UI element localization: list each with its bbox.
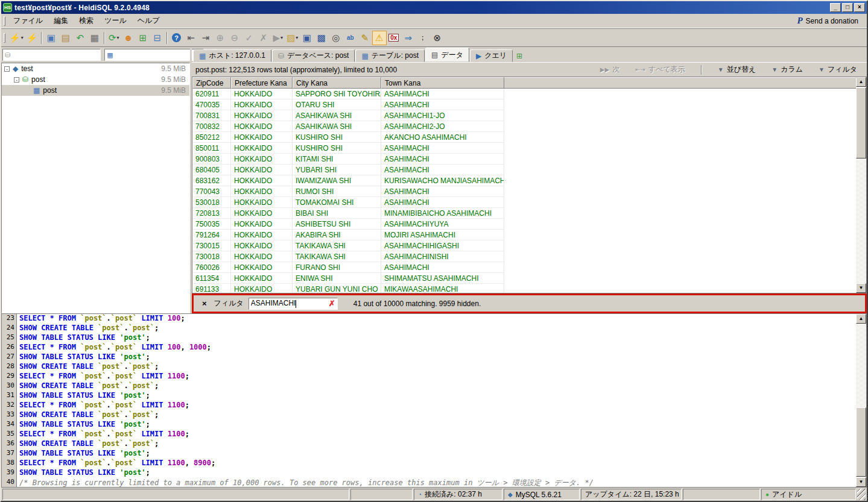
- open-sql-file-dropdown-arrow[interactable]: ▾: [296, 35, 298, 40]
- cancel-editing-icon[interactable]: ✗: [256, 31, 271, 45]
- grid-cell[interactable]: 691133: [192, 284, 231, 293]
- grid-cell[interactable]: OTARU SHI: [293, 99, 381, 110]
- filter-button[interactable]: ▼フィルタ: [819, 64, 857, 75]
- table-row[interactable]: 730018HOKKAIDOTAKIKAWA SHIASAHIMACHINISH…: [192, 251, 866, 262]
- grid-cell[interactable]: 850212: [192, 132, 231, 143]
- grid-cell[interactable]: KURISAWACHO MANJIASAHIMACHI: [381, 175, 504, 186]
- edit-icon[interactable]: ✎: [358, 31, 372, 45]
- filter-close-button[interactable]: ×: [200, 299, 209, 308]
- table-row[interactable]: 850011HOKKAIDOKUSHIRO SHIASAHIMACHI: [192, 143, 866, 154]
- maximize-button[interactable]: □: [842, 3, 853, 12]
- run-sql-icon[interactable]: ▶▾: [271, 31, 285, 45]
- first-record-icon[interactable]: ⇤: [184, 31, 198, 45]
- tree-item-test-0[interactable]: -◆test9.5 MiB: [2, 63, 189, 74]
- grid-cell[interactable]: ASAHIMACHIYUYA: [381, 219, 504, 230]
- grid-vertical-scrollbar[interactable]: ▲ ▼: [856, 77, 866, 293]
- column-header-zipcode[interactable]: ZipCode: [192, 77, 231, 89]
- grid-cell[interactable]: HOKKAIDO: [231, 186, 293, 197]
- paste-icon[interactable]: ▤: [59, 31, 73, 45]
- grid-cell[interactable]: MINAMIBIBAICHO ASAHIMACHI: [381, 208, 504, 219]
- tree-expander[interactable]: -: [14, 77, 19, 83]
- open-sql-file-icon[interactable]: ▨▾: [285, 31, 300, 45]
- menu-item-4[interactable]: ヘルプ: [132, 14, 165, 28]
- sql-scroll-thumb[interactable]: [856, 407, 866, 477]
- export-tables-icon[interactable]: ⊞: [136, 31, 150, 45]
- grid-cell[interactable]: ASAHIKAWA SHI: [293, 121, 381, 132]
- replace-icon[interactable]: ab: [343, 31, 358, 45]
- grid-cell[interactable]: 900803: [192, 154, 231, 165]
- user-manager-icon[interactable]: ☻: [121, 31, 136, 45]
- grid-cell[interactable]: 680405: [192, 165, 231, 175]
- copy-grid-icon[interactable]: ⊟: [150, 31, 165, 45]
- grid-cell[interactable]: IWAMIZAWA SHI: [293, 175, 381, 186]
- menu-item-0[interactable]: ファイル: [8, 14, 48, 28]
- disconnect-icon[interactable]: ⚡: [25, 31, 39, 45]
- sql-scroll-up-button[interactable]: ▲: [856, 314, 866, 324]
- grid-cell[interactable]: ASAHIMACHI: [381, 165, 504, 175]
- table-row[interactable]: 700832HOKKAIDOASAHIKAWA SHIASAHIMACHI2-J…: [192, 121, 866, 132]
- grid-cell[interactable]: HOKKAIDO: [231, 165, 293, 175]
- minimize-button[interactable]: _: [830, 3, 841, 12]
- grid-cell[interactable]: HOKKAIDO: [231, 99, 293, 110]
- table-filter-field[interactable]: [116, 51, 201, 58]
- table-row[interactable]: 770043HOKKAIDORUMOI SHIASAHIMACHI: [192, 186, 866, 197]
- delete-row-icon[interactable]: ⊖: [227, 31, 242, 45]
- menu-item-3[interactable]: ツール: [99, 14, 132, 28]
- grid-cell[interactable]: HOKKAIDO: [231, 132, 293, 143]
- tab-data[interactable]: ▤データ: [425, 48, 469, 62]
- table-row[interactable]: 683162HOKKAIDOIWAMIZAWA SHIKURISAWACHO M…: [192, 175, 866, 186]
- grid-cell[interactable]: HOKKAIDO: [231, 197, 293, 208]
- grid-cell[interactable]: ASAHIMACHI: [381, 143, 504, 154]
- save-sql-icon[interactable]: ▣: [300, 31, 314, 45]
- grid-cell[interactable]: HOKKAIDO: [231, 121, 293, 132]
- run-sql-dropdown-arrow[interactable]: ▾: [280, 35, 283, 40]
- sort-button[interactable]: ▼並び替え: [718, 64, 756, 75]
- grid-cell[interactable]: 700831: [192, 110, 231, 121]
- grid-cell[interactable]: HOKKAIDO: [231, 154, 293, 165]
- refresh-icon[interactable]: ⟳▾: [107, 31, 121, 45]
- delimiter-icon[interactable]: ;: [416, 31, 430, 45]
- filter-clear-icon[interactable]: ✗: [328, 299, 335, 308]
- grid-cell[interactable]: 683162: [192, 175, 231, 186]
- grid-cell[interactable]: HOKKAIDO: [231, 230, 293, 240]
- grid-cell[interactable]: ASAHIMACHI: [381, 89, 504, 99]
- tab-query[interactable]: ▶クエリ: [470, 49, 513, 62]
- session-manager-dropdown-arrow[interactable]: ▾: [21, 35, 24, 40]
- grid-cell[interactable]: 750035: [192, 219, 231, 230]
- grid-cell[interactable]: ASAHIMACHI2-JO: [381, 121, 504, 132]
- tree-item-post-1[interactable]: -⛁post9.5 MiB: [2, 74, 189, 85]
- table-row[interactable]: 750035HOKKAIDOASHIBETSU SHIASAHIMACHIYUY…: [192, 219, 866, 230]
- grid-cell[interactable]: RUMOI SHI: [293, 186, 381, 197]
- reformat-icon[interactable]: ⇒: [401, 31, 416, 45]
- sql-vertical-scrollbar[interactable]: ▲ ▼: [856, 314, 866, 487]
- grid-cell[interactable]: ASAHIMACHI: [381, 197, 504, 208]
- grid-cell[interactable]: TOMAKOMAI SHI: [293, 197, 381, 208]
- stop-icon[interactable]: ⊗: [430, 31, 445, 45]
- columns-button[interactable]: ▼カラム: [771, 64, 803, 75]
- grid-cell[interactable]: TAKIKAWA SHI: [293, 240, 381, 251]
- grid-cell[interactable]: ASAHIMACHI: [381, 154, 504, 165]
- table-row[interactable]: 791264HOKKAIDOAKABIRA SHIMOJIRI ASAHIMAC…: [192, 230, 866, 240]
- sql-scroll-down-button[interactable]: ▼: [856, 477, 866, 487]
- find-icon[interactable]: ◎: [329, 31, 343, 45]
- grid-cell[interactable]: ASAHIMACHI1-JO: [381, 110, 504, 121]
- grid-cell[interactable]: ASAHIMACHI: [381, 262, 504, 273]
- grid-cell[interactable]: ASAHIMACHI: [381, 186, 504, 197]
- grid-cell[interactable]: BIBAI SHI: [293, 208, 381, 219]
- grid-cell[interactable]: 700832: [192, 121, 231, 132]
- column-header-town-kana[interactable]: Town Kana: [381, 77, 504, 89]
- grid-cell[interactable]: 760026: [192, 262, 231, 273]
- tree-expander[interactable]: -: [4, 66, 10, 72]
- grid-cell[interactable]: AKABIRA SHI: [293, 230, 381, 240]
- table-row[interactable]: 611354HOKKAIDOENIWA SHISHIMAMATSU ASAHIM…: [192, 273, 866, 284]
- grid-cell[interactable]: SAPPORO SHI TOYOHIRA...: [293, 89, 381, 99]
- grid-cell[interactable]: FURANO SHI: [293, 262, 381, 273]
- tab-table[interactable]: ▦テーブル: post: [355, 49, 425, 62]
- grid-cell[interactable]: HOKKAIDO: [231, 89, 293, 99]
- column-header-prefecture-kana[interactable]: Prefecture Kana: [231, 77, 293, 89]
- grid-cell[interactable]: HOKKAIDO: [231, 240, 293, 251]
- grid-cell[interactable]: ASAHIMACHINISHI: [381, 251, 504, 262]
- toolbar-grip[interactable]: [4, 33, 5, 43]
- tab-host[interactable]: ▦ホスト: 127.0.0.1: [193, 49, 271, 62]
- window-resize-grip[interactable]: [857, 489, 866, 500]
